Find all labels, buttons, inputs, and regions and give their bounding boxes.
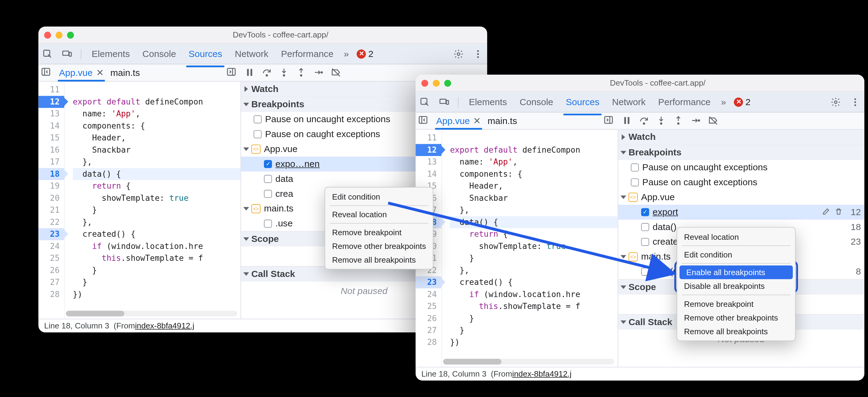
line-number[interactable]: 23	[38, 228, 64, 240]
code-line[interactable]: },	[450, 264, 618, 276]
line-number[interactable]: 20	[38, 192, 64, 204]
line-number[interactable]: 25	[415, 301, 441, 312]
code-line[interactable]: data() {	[450, 216, 618, 228]
tab-elements[interactable]: Elements	[90, 44, 132, 63]
ctx-edit-condition[interactable]: Edit condition	[325, 190, 433, 203]
scrollbar-thumb[interactable]	[66, 311, 124, 317]
file-tab-app-vue[interactable]: App.vue ✕	[433, 112, 485, 129]
source-map-link[interactable]: index-8bfa4912.j	[512, 369, 571, 380]
ctx-remove-other[interactable]: Remove other breakpoints	[325, 239, 433, 253]
code-line[interactable]: created() {	[73, 228, 241, 240]
code-line[interactable]: })	[450, 336, 618, 348]
watch-section[interactable]: Watch	[618, 130, 864, 145]
step-icon[interactable]	[690, 115, 702, 127]
checkbox[interactable]	[264, 190, 272, 198]
line-number[interactable]: 25	[38, 252, 64, 264]
code-line[interactable]: Snackbar	[450, 192, 618, 204]
line-number[interactable]: 22	[38, 216, 64, 228]
line-number[interactable]: 13	[415, 156, 441, 168]
error-badge[interactable]: ✕ 2	[734, 96, 750, 108]
ctx-remove-breakpoint[interactable]: Remove breakpoint	[325, 225, 433, 239]
step-into-icon[interactable]	[656, 115, 668, 127]
maximize-window-button[interactable]	[444, 80, 451, 87]
line-number[interactable]: 24	[38, 240, 64, 252]
code-line[interactable]	[450, 132, 618, 144]
checkbox-checked[interactable]: ✓	[264, 160, 272, 168]
close-tab-icon[interactable]: ✕	[473, 115, 480, 127]
code-line[interactable]: },	[73, 216, 241, 228]
deactivate-breakpoints-icon[interactable]	[708, 115, 719, 127]
checkbox[interactable]	[641, 238, 649, 246]
step-over-icon[interactable]	[261, 67, 273, 79]
tab-network[interactable]: Network	[232, 44, 271, 63]
code-line[interactable]: components: {	[73, 120, 241, 132]
close-window-button[interactable]	[422, 80, 428, 87]
step-icon[interactable]	[313, 67, 325, 79]
ctx-disable-all[interactable]: Disable all breakpoints	[677, 279, 795, 293]
line-number[interactable]: 18	[38, 168, 64, 180]
checkbox[interactable]	[641, 268, 649, 276]
kebab-menu-icon[interactable]	[472, 48, 484, 60]
code-area[interactable]: export default defineCompon name: 'App',…	[442, 130, 618, 367]
minimize-window-button[interactable]	[433, 80, 440, 87]
ctx-remove-all[interactable]: Remove all breakpoints	[677, 324, 795, 338]
code-line[interactable]: }	[450, 324, 618, 336]
code-line[interactable]: if (window.location.hre	[450, 288, 618, 300]
scrollbar-thumb[interactable]	[443, 359, 501, 365]
trash-icon[interactable]	[835, 207, 844, 217]
ctx-remove-breakpoint[interactable]: Remove breakpoint	[677, 297, 795, 311]
error-badge[interactable]: ✕ 2	[357, 48, 373, 60]
inspect-icon[interactable]	[419, 96, 431, 108]
tab-performance[interactable]: Performance	[279, 44, 336, 63]
step-out-icon[interactable]	[296, 67, 308, 79]
close-window-button[interactable]	[44, 31, 51, 38]
code-line[interactable]: }	[450, 312, 618, 324]
code-line[interactable]: }	[73, 276, 241, 288]
device-toolbar-icon[interactable]	[438, 96, 450, 108]
tab-sources[interactable]: Sources	[563, 92, 601, 112]
code-line[interactable]: export default defineCompon	[73, 96, 241, 108]
horizontal-scrollbar[interactable]	[443, 359, 614, 365]
tab-console[interactable]: Console	[517, 92, 555, 112]
code-line[interactable]: this.showTemplate = f	[73, 252, 241, 264]
source-map-link[interactable]: index-8bfa4912.j	[135, 320, 194, 332]
code-line[interactable]: components: {	[450, 168, 618, 180]
navigator-toggle-icon[interactable]	[41, 66, 53, 79]
checkbox[interactable]	[631, 164, 639, 172]
code-line[interactable]: showTemplate: true	[73, 192, 241, 204]
code-line[interactable]: })	[73, 288, 241, 300]
more-tabs-icon[interactable]: »	[344, 48, 349, 60]
line-number[interactable]: 21	[38, 204, 64, 216]
bp-file-app-vue[interactable]: <> App.vue	[618, 190, 864, 205]
line-number[interactable]: 16	[38, 144, 64, 156]
line-number[interactable]: 17	[38, 156, 64, 168]
code-line[interactable]: return {	[73, 180, 241, 192]
checkbox[interactable]	[641, 223, 649, 231]
bp-item[interactable]: ✓ export 12	[618, 205, 864, 220]
tab-network[interactable]: Network	[610, 92, 648, 112]
line-number[interactable]: 12	[38, 96, 64, 108]
more-tabs-icon[interactable]: »	[721, 96, 726, 108]
code-line[interactable]: if (window.location.hre	[73, 240, 241, 252]
file-tab-main-ts[interactable]: main.ts	[107, 64, 144, 81]
line-number[interactable]: 27	[415, 324, 441, 336]
code-line[interactable]: return {	[450, 228, 618, 240]
ctx-remove-all[interactable]: Remove all breakpoints	[325, 253, 433, 266]
code-area[interactable]: export default defineCompon name: 'App',…	[65, 82, 241, 319]
device-toolbar-icon[interactable]	[61, 48, 73, 60]
tab-elements[interactable]: Elements	[466, 92, 509, 112]
line-gutter[interactable]: 111213141516171819202122232425262728	[38, 82, 65, 319]
ctx-reveal-location[interactable]: Reveal location	[677, 230, 795, 244]
code-line[interactable]: created() {	[450, 276, 618, 288]
file-tab-app-vue[interactable]: App.vue ✕	[56, 64, 107, 81]
line-number[interactable]: 26	[38, 264, 64, 276]
tab-performance[interactable]: Performance	[656, 92, 713, 112]
horizontal-scrollbar[interactable]	[66, 311, 237, 317]
code-line[interactable]: }	[73, 264, 241, 276]
checkbox[interactable]	[254, 115, 261, 123]
checkbox[interactable]	[264, 175, 272, 183]
line-number[interactable]: 11	[415, 132, 441, 144]
code-line[interactable]: export default defineCompon	[450, 144, 618, 156]
line-number[interactable]: 26	[415, 312, 441, 324]
code-line[interactable]: Snackbar	[73, 144, 241, 156]
